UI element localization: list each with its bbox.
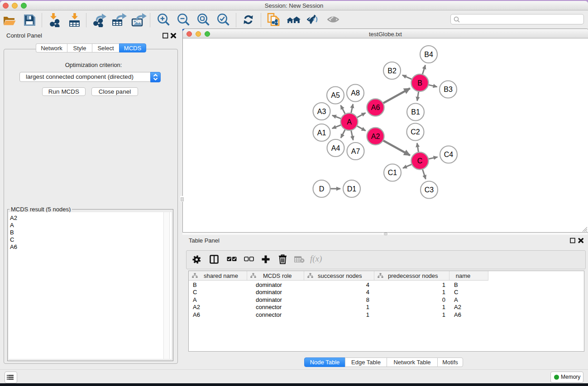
- svg-text:B1: B1: [411, 108, 420, 116]
- svg-text:B: B: [417, 79, 422, 87]
- svg-text:C2: C2: [411, 128, 420, 136]
- svg-text:B2: B2: [387, 67, 397, 75]
- svg-text:A3: A3: [317, 108, 326, 115]
- svg-text:A7: A7: [351, 148, 360, 155]
- svg-text:B3: B3: [444, 86, 453, 93]
- svg-text:D1: D1: [347, 185, 357, 193]
- svg-text:C1: C1: [388, 169, 397, 176]
- svg-text:D: D: [319, 185, 325, 193]
- svg-text:A: A: [347, 118, 352, 126]
- svg-text:A6: A6: [371, 104, 380, 111]
- svg-text:A4: A4: [331, 144, 340, 152]
- svg-text:A2: A2: [371, 133, 380, 140]
- svg-text:C4: C4: [444, 151, 454, 158]
- svg-text:A5: A5: [331, 91, 340, 99]
- svg-text:A1: A1: [317, 129, 326, 137]
- svg-text:B4: B4: [424, 51, 433, 58]
- svg-text:C: C: [417, 157, 423, 165]
- svg-text:A8: A8: [351, 89, 360, 97]
- svg-text:C3: C3: [425, 186, 434, 194]
